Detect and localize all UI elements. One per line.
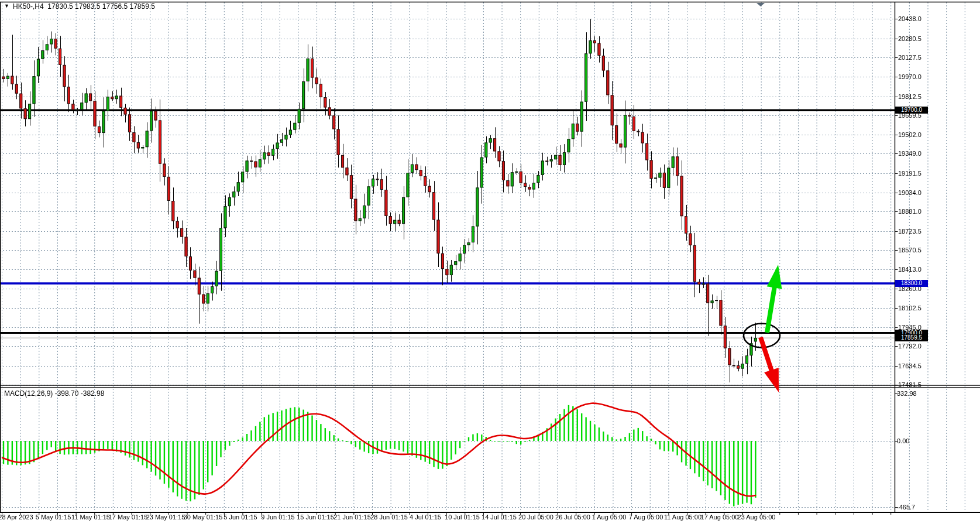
candlestick-macd-chart-canvas[interactable] [0,0,980,527]
trading-chart-window: ▼ HK50-,H4 17830.5 17983.5 17756.5 17859… [0,0,980,527]
